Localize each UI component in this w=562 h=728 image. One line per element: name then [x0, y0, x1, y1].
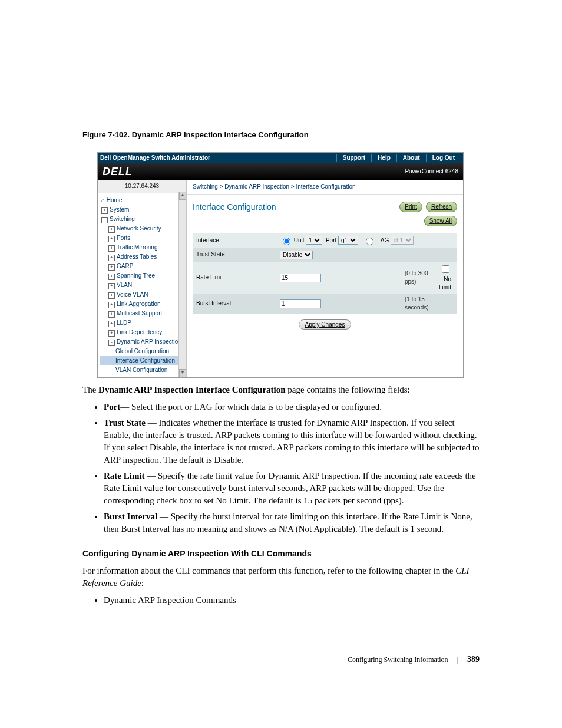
footer-section: Configuring Switching Information [348, 655, 448, 664]
app-title: Dell OpenManage Switch Administrator [100, 154, 336, 162]
burst-interval-hint: (1 to 15 seconds) [401, 294, 434, 314]
tree-label: Switching [110, 216, 135, 222]
trust-state-label: Trust State [193, 248, 276, 262]
apply-changes-button[interactable]: Apply Changes [299, 319, 352, 330]
tree-item[interactable]: VLAN Configuration [100, 365, 186, 375]
expand-icon[interactable]: + [108, 264, 115, 271]
scroll-down-icon[interactable]: ▼ [179, 369, 186, 377]
expand-icon[interactable]: + [108, 321, 115, 327]
unit-select[interactable]: 1 [306, 236, 322, 245]
print-button[interactable]: Print [399, 202, 422, 212]
row-burst-interval: Burst Interval (1 to 15 seconds) [193, 294, 457, 314]
about-link[interactable]: About [396, 154, 426, 162]
tree-item[interactable]: +Traffic Mirroring [100, 243, 186, 252]
expand-icon[interactable]: - [108, 340, 115, 346]
model-label: PowerConnect 6248 [405, 167, 458, 176]
expand-icon[interactable]: - [101, 217, 108, 223]
dell-logo: DELL [103, 164, 133, 179]
topbar-links: Support Help About Log Out [336, 154, 461, 162]
expand-icon[interactable]: + [108, 283, 115, 289]
intro-paragraph: The Dynamic ARP Inspection Interface Con… [82, 384, 480, 396]
tree-item[interactable]: +LLDP [100, 318, 186, 328]
tree-item[interactable]: +Spanning Tree [100, 271, 186, 281]
expand-icon[interactable]: + [108, 292, 115, 299]
tree-label: Link Dependency [117, 329, 162, 335]
tree-item[interactable]: +GARP [100, 262, 186, 271]
refresh-button[interactable]: Refresh [426, 202, 457, 212]
lag-label: LAG [377, 237, 389, 243]
rate-limit-input[interactable] [280, 274, 321, 282]
bullet-burst-interval: Burst Interval — Specify the burst inter… [104, 510, 480, 535]
sidebar-scrollbar[interactable]: ▲ ▼ [178, 192, 186, 377]
tree-label: Spanning Tree [117, 272, 155, 279]
expand-icon[interactable]: + [108, 255, 115, 261]
expand-icon[interactable]: + [108, 302, 115, 308]
rate-limit-hint: (0 to 300 pps) [401, 262, 434, 294]
tree-item[interactable]: +Ports [100, 233, 186, 243]
logout-link[interactable]: Log Out [426, 154, 461, 162]
ip-address: 10.27.64.243 [98, 180, 186, 193]
expand-icon[interactable]: + [108, 274, 115, 280]
tree-item[interactable]: ⌂ Home [100, 196, 186, 205]
field-bullets: Port— Select the port or LAG for which d… [82, 401, 480, 535]
burst-interval-input[interactable] [280, 299, 321, 308]
port-select[interactable]: g1 [338, 236, 358, 245]
tree-label: VLAN [117, 282, 132, 288]
lag-select[interactable]: ch1 [391, 236, 414, 245]
expand-icon[interactable]: + [108, 245, 115, 252]
footer-page-number: 389 [467, 655, 480, 664]
tree-item[interactable]: +Voice VLAN [100, 290, 186, 299]
expand-icon[interactable]: + [108, 226, 115, 233]
scroll-up-icon[interactable]: ▲ [179, 192, 186, 200]
tree-item[interactable]: Interface Configuration [100, 356, 186, 365]
row-interface: Interface Unit 1 Port g1 LAG ch1 [193, 233, 457, 248]
help-link[interactable]: Help [371, 154, 396, 162]
rate-limit-label: Rate Limit [193, 262, 276, 294]
cli-paragraph: For information about the CLI commands t… [82, 565, 480, 589]
tree-item[interactable]: +Multicast Support [100, 309, 186, 318]
screenshot-container: Dell OpenManage Switch Administrator Sup… [97, 152, 464, 378]
tree-item[interactable]: +VLAN [100, 281, 186, 290]
unit-radio[interactable] [283, 238, 290, 245]
config-table: Interface Unit 1 Port g1 LAG ch1 [193, 233, 457, 314]
burst-interval-label: Burst Interval [193, 294, 276, 314]
tree-label: GARP [117, 263, 133, 269]
cli-subhead: Configuring Dynamic ARP Inspection With … [82, 548, 480, 560]
row-trust-state: Trust State Disable [193, 248, 457, 262]
cli-bullet: Dynamic ARP Inspection Commands [104, 594, 480, 607]
trust-state-select[interactable]: Disable [280, 251, 313, 259]
no-limit-checkbox[interactable] [442, 265, 449, 273]
tree-item[interactable]: -Switching [100, 215, 186, 224]
support-link[interactable]: Support [336, 154, 371, 162]
tree-item[interactable]: +System [100, 205, 186, 215]
page-footer: Configuring Switching Information | 389 [82, 654, 480, 666]
sidebar: 10.27.64.243 ⌂ Home+System-Switching+Net… [98, 180, 187, 377]
topbar: Dell OpenManage Switch Administrator Sup… [98, 153, 463, 163]
tree-item[interactable]: +Link Aggregation [100, 299, 186, 309]
tree-item[interactable]: +Address Tables [100, 252, 186, 262]
nav-tree: ⌂ Home+System-Switching+Network Security… [98, 193, 186, 377]
lag-radio[interactable] [366, 238, 373, 245]
showall-button[interactable]: Show All [424, 216, 457, 226]
tree-item[interactable]: Global Configuration [100, 347, 186, 356]
cli-bullets: Dynamic ARP Inspection Commands [82, 594, 480, 607]
tree-item[interactable]: +Link Dependency [100, 328, 186, 337]
tree-label: Link Aggregation [117, 301, 161, 307]
expand-icon[interactable]: + [108, 236, 115, 242]
tree-label: Global Configuration [115, 348, 169, 354]
no-limit-label: No Limit [439, 276, 451, 291]
figure-caption: Figure 7-102. Dynamic ARP Inspection Int… [82, 130, 480, 140]
expand-icon[interactable]: + [101, 207, 108, 214]
bullet-port: Port— Select the port or LAG for which d… [104, 401, 480, 413]
tree-label: Home [107, 197, 123, 203]
tree-item[interactable]: -Dynamic ARP Inspection [100, 337, 186, 347]
tree-label: Interface Configuration [115, 357, 175, 364]
tree-label: Network Security [117, 225, 161, 232]
bullet-trust-state: Trust State — Indicates whether the inte… [104, 417, 480, 466]
tree-item[interactable]: +Network Security [100, 224, 186, 233]
expand-icon[interactable]: + [108, 330, 115, 337]
expand-icon[interactable]: + [108, 311, 115, 318]
unit-label: Unit [294, 237, 305, 243]
tree-label: Dynamic ARP Inspection [117, 338, 181, 345]
tree-label: Ports [117, 235, 130, 241]
